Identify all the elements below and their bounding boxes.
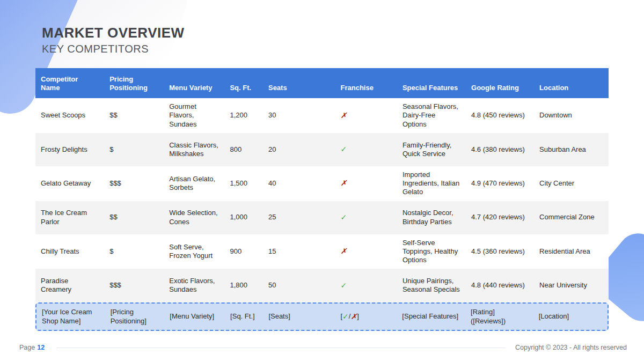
competitors-table: Competitor Name Pricing Positioning Menu… — [35, 68, 609, 331]
column-header-special-features: Special Features — [397, 68, 466, 98]
cell-menu-variety: Classic Flavors, Milkshakes — [164, 137, 224, 163]
cell-seats: 30 — [263, 107, 335, 124]
column-header-menu-variety: Menu Variety — [164, 68, 224, 98]
cell-pricing: $ — [104, 243, 164, 260]
cell-competitor-name: Chilly Treats — [35, 243, 104, 260]
cell-franchise: ✓ — [335, 209, 397, 227]
column-header-franchise: Franchise — [335, 68, 397, 98]
cell-seats: [Seats] — [263, 308, 335, 325]
cell-special-features: Unique Pairings, Seasonal Specials — [397, 272, 466, 299]
cell-location: City Center — [534, 175, 609, 192]
cell-pricing: [Pricing Positioning] — [105, 304, 165, 330]
cell-seats: 20 — [263, 141, 335, 158]
column-header-location: Location — [534, 68, 609, 98]
cell-seats: 25 — [263, 209, 335, 226]
cell-competitor-name: Paradise Creamery — [35, 272, 104, 299]
copyright-text: Copyright © 2023 - All rights reserved — [515, 344, 627, 351]
footer-divider — [56, 348, 506, 348]
column-header-pricing-positioning: Pricing Positioning — [104, 68, 164, 98]
column-header-seats: Seats — [263, 68, 335, 98]
table-row: Gelato Getaway $$$ Artisan Gelato, Sorbe… — [35, 166, 609, 201]
cell-google-rating: 4.8 (450 reviews) — [466, 107, 534, 124]
cross-icon: ✗ — [350, 312, 357, 322]
table-header-row: Competitor Name Pricing Positioning Menu… — [35, 68, 609, 98]
cell-seats: 15 — [263, 243, 335, 260]
cell-seats: 40 — [263, 175, 335, 192]
cell-google-rating: 4.9 (470 reviews) — [466, 175, 534, 192]
cell-sq-ft: 800 — [224, 141, 263, 158]
slide-header: MARKET OVERVIEW KEY COMPETITORS — [42, 25, 185, 55]
cell-competitor-name: [Your Ice Cream Shop Name] — [36, 304, 105, 330]
table-row: Chilly Treats $ Soft Serve, Frozen Yogur… — [35, 234, 609, 269]
check-icon: ✓ — [342, 312, 349, 322]
cell-location: Downtown — [534, 107, 609, 124]
cell-special-features: Self-Serve Toppings, Healthy Options — [397, 234, 466, 269]
cross-icon: ✗ — [341, 111, 347, 121]
page-indicator: Page12 — [19, 344, 45, 351]
cell-menu-variety: Wide Selection, Cones — [164, 204, 224, 231]
column-header-sq-ft: Sq. Ft. — [224, 68, 263, 98]
cell-pricing: $$$ — [104, 277, 164, 294]
page-number: 12 — [37, 344, 45, 351]
check-icon: ✓ — [341, 145, 347, 154]
cell-seats: 50 — [263, 277, 335, 294]
bracket-close: ] — [357, 312, 359, 321]
cell-pricing: $$$ — [104, 175, 164, 192]
cell-google-rating: [Rating] ([Reviews]) — [465, 304, 533, 330]
cell-franchise: ✓ — [335, 141, 397, 159]
cell-location: [Location] — [533, 308, 608, 325]
cell-google-rating: 4.6 (380 reviews) — [466, 141, 534, 158]
column-header-google-rating: Google Rating — [466, 68, 534, 98]
cell-sq-ft: 1,200 — [224, 107, 263, 124]
cell-franchise: ✗ — [335, 242, 397, 261]
cell-menu-variety: [Menu Variety] — [164, 308, 225, 325]
cell-special-features: Nostalgic Decor, Birthday Parties — [397, 204, 466, 231]
table-row: Frosty Delights $ Classic Flavors, Milks… — [35, 133, 609, 166]
cell-google-rating: 4.5 (360 reviews) — [466, 243, 534, 260]
cell-sq-ft: 1,800 — [224, 277, 263, 294]
cell-special-features: Seasonal Flavors, Dairy-Free Options — [397, 98, 466, 133]
placeholder-row: [Your Ice Cream Shop Name] [Pricing Posi… — [35, 302, 609, 331]
cell-google-rating: 4.7 (420 reviews) — [466, 209, 534, 226]
cell-competitor-name: Gelato Getaway — [35, 175, 104, 192]
cell-competitor-name: Sweet Scoops — [35, 107, 104, 124]
check-icon: ✓ — [341, 281, 347, 291]
cell-sq-ft: 1,000 — [224, 209, 263, 226]
cell-franchise: ✓ — [335, 277, 397, 295]
slide-footer: Page12 Copyright © 2023 - All rights res… — [19, 344, 627, 351]
check-icon: ✓ — [341, 213, 347, 223]
cell-pricing: $$ — [104, 107, 164, 124]
cell-location: Near University — [534, 277, 609, 294]
table-row: Paradise Creamery $$$ Exotic Flavors, Su… — [35, 269, 609, 302]
cell-pricing: $ — [104, 141, 164, 158]
cell-location: Commercial Zone — [534, 209, 609, 226]
cell-competitor-name: The Ice Cream Parlor — [35, 204, 104, 231]
cell-menu-variety: Artisan Gelato, Sorbets — [164, 171, 224, 197]
cell-sq-ft: 1,500 — [224, 175, 263, 192]
cross-icon: ✗ — [341, 247, 347, 256]
cell-franchise: [✓ / ✗] — [335, 308, 397, 326]
cell-menu-variety: Soft Serve, Frozen Yogurt — [164, 239, 224, 265]
cell-franchise: ✗ — [335, 107, 397, 125]
cell-location: Residential Area — [534, 243, 609, 260]
page-label: Page — [19, 344, 35, 351]
page-title: MARKET OVERVIEW — [42, 25, 185, 41]
cell-special-features: [Special Features] — [397, 308, 465, 325]
cell-sq-ft: [Sq. Ft.] — [225, 308, 263, 325]
cell-pricing: $$ — [104, 209, 164, 226]
cell-special-features: Imported Ingredients, Italian Gelato — [397, 166, 466, 201]
column-header-competitor-name: Competitor Name — [35, 68, 104, 98]
cell-competitor-name: Frosty Delights — [35, 141, 104, 158]
cell-sq-ft: 900 — [224, 243, 263, 260]
table-body: Sweet Scoops $$ Gourmet Flavors, Sundaes… — [35, 98, 609, 302]
cell-special-features: Family-Friendly, Quick Service — [397, 137, 466, 163]
cell-franchise: ✗ — [335, 174, 397, 193]
table-row: The Ice Cream Parlor $$ Wide Selection, … — [35, 201, 609, 234]
page-subtitle: KEY COMPETITORS — [42, 43, 185, 55]
table-row: Sweet Scoops $$ Gourmet Flavors, Sundaes… — [35, 98, 609, 133]
cell-location: Suburban Area — [534, 141, 609, 158]
cell-google-rating: 4.8 (440 reviews) — [466, 277, 534, 294]
cross-icon: ✗ — [341, 179, 347, 188]
cell-menu-variety: Exotic Flavors, Sundaes — [164, 272, 224, 299]
cell-menu-variety: Gourmet Flavors, Sundaes — [164, 98, 224, 133]
